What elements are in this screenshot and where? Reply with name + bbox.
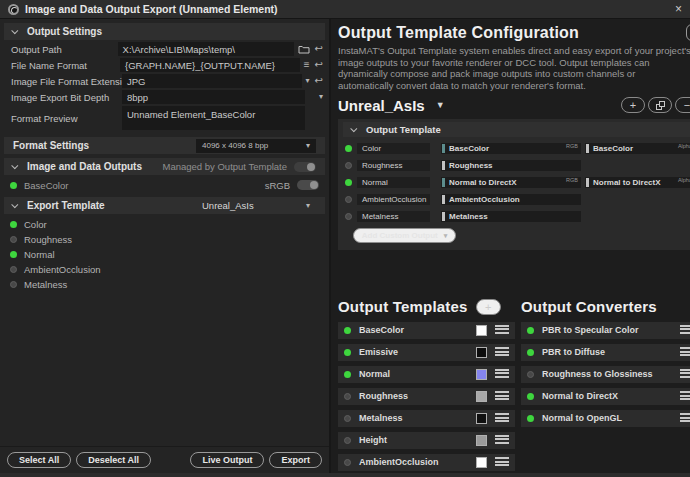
template-library-row[interactable]: Emissive xyxy=(338,344,515,361)
deselect-all-button[interactable]: Deselect All xyxy=(76,452,151,468)
menu-icon[interactable] xyxy=(495,369,509,379)
color-swatch[interactable] xyxy=(476,457,487,468)
template-selector-value[interactable]: Unreal_AsIs xyxy=(338,97,425,114)
remove-template-button[interactable]: − xyxy=(675,97,690,113)
managed-by-template-toggle[interactable] xyxy=(294,162,316,172)
list-item[interactable]: Color xyxy=(0,217,329,232)
status-dot xyxy=(10,251,17,258)
color-swatch[interactable] xyxy=(476,325,487,336)
template-library-row[interactable]: AmbientOcclusion xyxy=(338,454,515,471)
list-item[interactable]: Normal xyxy=(0,247,329,262)
output-path-input[interactable]: X:\Archive\LIB\Maps\temp\ xyxy=(118,42,294,56)
export-template-header[interactable]: Export Template Unreal_AsIs ▾ xyxy=(4,197,325,214)
token-menu-icon[interactable]: ≡ xyxy=(304,60,310,70)
converter-row[interactable]: Normal to DirectX xyxy=(521,388,690,405)
output-settings-header[interactable]: Output Settings xyxy=(4,23,325,40)
template-library-row[interactable]: Normal xyxy=(338,366,515,383)
bit-depth-row: Image Export Bit Depth 8bpp ▾ xyxy=(4,90,325,104)
template-name: Normal xyxy=(359,369,468,379)
converter-row[interactable]: Roughness to Glossiness xyxy=(521,366,690,383)
format-settings-select[interactable]: 4096 x 4096 8 bpp ▾ xyxy=(196,139,316,153)
output-template-section-header[interactable]: Output Template xyxy=(343,122,690,137)
add-template-button[interactable]: + xyxy=(621,97,645,113)
menu-icon[interactable] xyxy=(680,413,690,423)
output-template-section-title: Output Template xyxy=(366,124,441,135)
bit-depth-select[interactable]: 8bpp xyxy=(122,90,305,104)
mapping-rgb-cell[interactable]: Metalness xyxy=(441,211,581,222)
list-item[interactable]: Metalness xyxy=(0,277,329,292)
menu-icon[interactable] xyxy=(495,347,509,357)
export-button[interactable]: Export xyxy=(269,452,322,468)
menu-icon[interactable] xyxy=(495,391,509,401)
mapping-rgb-cell[interactable]: Roughness xyxy=(441,160,581,171)
mapping-alpha-cell[interactable]: BaseColor Alpha xyxy=(585,143,690,154)
color-swatch[interactable] xyxy=(476,435,487,446)
folder-icon[interactable] xyxy=(298,44,310,54)
list-item-label: Normal xyxy=(24,249,55,260)
list-item[interactable]: AmbientOcclusion xyxy=(0,262,329,277)
converter-row[interactable]: Normal to OpenGL xyxy=(521,410,690,427)
list-item-label: Metalness xyxy=(24,279,67,290)
chevron-down-icon[interactable]: ▾ xyxy=(319,93,323,101)
duplicate-template-button[interactable] xyxy=(648,97,672,113)
reset-icon[interactable]: ↩ xyxy=(315,44,323,54)
menu-icon[interactable] xyxy=(495,325,509,335)
mapping-source-label[interactable]: Color xyxy=(357,143,430,154)
status-dot xyxy=(345,162,352,169)
colorspace-label: sRGB xyxy=(265,180,290,191)
window-title: Image and Data Output Export (Unnamed El… xyxy=(25,3,278,15)
channel-bar xyxy=(586,144,589,153)
add-output-template-button[interactable]: + xyxy=(476,299,501,315)
converter-row[interactable]: PBR to Specular Color xyxy=(521,322,690,339)
status-dot xyxy=(345,145,352,152)
color-swatch[interactable] xyxy=(476,391,487,402)
chevron-down-icon[interactable]: ▾ xyxy=(306,77,310,85)
template-library-row[interactable]: Metalness xyxy=(338,410,515,427)
mapping-rgb-cell[interactable]: AmbientOcclusion xyxy=(441,194,581,205)
status-dot xyxy=(527,393,534,400)
template-library-row[interactable]: BaseColor xyxy=(338,322,515,339)
mapping-source-label[interactable]: Roughness xyxy=(357,160,430,171)
chevron-down-icon xyxy=(11,162,18,169)
file-format-extension-row: Image File Format Extension JPG ▾ ↩ xyxy=(4,74,325,88)
template-name: Emissive xyxy=(359,347,468,357)
close-icon[interactable]: × xyxy=(675,3,682,15)
menu-icon[interactable] xyxy=(495,435,509,445)
mapping-source-label[interactable]: Normal xyxy=(357,177,430,188)
reset-icon[interactable]: ↩ xyxy=(315,76,323,86)
color-swatch[interactable] xyxy=(476,347,487,358)
file-format-extension-select[interactable]: JPG xyxy=(122,74,302,88)
color-swatch[interactable] xyxy=(476,369,487,380)
output-converters-title: Output Converters xyxy=(521,298,657,315)
select-all-button[interactable]: Select All xyxy=(7,452,71,468)
add-custom-output-button[interactable]: Add Custom Output ▾ xyxy=(353,228,456,243)
template-library-row[interactable]: Roughness xyxy=(338,388,515,405)
export-template-select[interactable]: Unreal_AsIs ▾ xyxy=(196,200,316,211)
menu-icon[interactable] xyxy=(680,325,690,335)
menu-icon[interactable] xyxy=(680,347,690,357)
status-dot xyxy=(344,371,351,378)
image-data-outputs-header[interactable]: Image and Data Outputs Managed by Output… xyxy=(4,158,325,175)
mapping-source-label[interactable]: Metalness xyxy=(357,211,430,222)
menu-icon[interactable] xyxy=(680,369,690,379)
color-swatch[interactable] xyxy=(476,413,487,424)
list-item[interactable]: Roughness xyxy=(0,232,329,247)
live-output-button[interactable]: Live Output xyxy=(190,452,264,468)
status-dot xyxy=(344,415,351,422)
template-library-row[interactable]: Height xyxy=(338,432,515,449)
menu-icon[interactable] xyxy=(495,457,509,467)
menu-icon[interactable] xyxy=(495,413,509,423)
mapping-rgb-cell[interactable]: Normal to DirectX RGB xyxy=(441,177,581,188)
reset-icon[interactable]: ↩ xyxy=(315,60,323,70)
status-dot xyxy=(344,327,351,334)
help-icon[interactable]: ? xyxy=(686,24,690,41)
chevron-down-icon[interactable]: ▼ xyxy=(436,100,445,110)
mapping-rgb-cell[interactable]: BaseColor RGB xyxy=(441,143,581,154)
converter-row[interactable]: PBR to Diffuse xyxy=(521,344,690,361)
alpha-tag: Alpha xyxy=(678,143,690,149)
menu-icon[interactable] xyxy=(680,391,690,401)
mapping-source-label[interactable]: AmbientOcclusion xyxy=(357,194,430,205)
mapping-alpha-cell[interactable]: Normal to DirectX Alpha xyxy=(585,177,690,188)
srgb-toggle[interactable] xyxy=(297,180,319,190)
file-name-format-input[interactable]: {GRAPH.NAME}_{OUTPUT.NAME} xyxy=(120,58,300,72)
